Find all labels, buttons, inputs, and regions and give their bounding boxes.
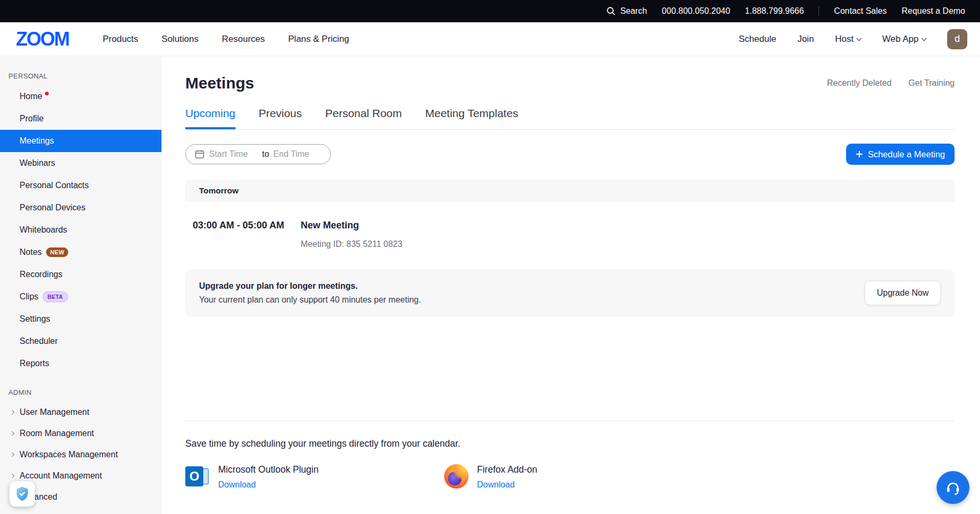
topbar-search-label: Search bbox=[620, 6, 647, 16]
sidebar-item-label: Clips bbox=[20, 292, 39, 302]
plus-icon bbox=[856, 150, 863, 158]
host-menu-label: Host bbox=[835, 34, 853, 45]
meeting-info: New Meeting Meeting ID: 835 5211 0823 bbox=[301, 220, 402, 249]
sidebar-item-label: Room Management bbox=[20, 429, 94, 438]
outlook-icon: O bbox=[185, 464, 210, 489]
sidebar-item-reports[interactable]: Reports bbox=[0, 352, 161, 375]
chevron-down-icon bbox=[922, 36, 927, 41]
sidebar-item-user-management[interactable]: User Management bbox=[0, 402, 161, 423]
meeting-row[interactable]: 03:00 AM - 05:00 AM New Meeting Meeting … bbox=[185, 202, 955, 265]
beta-badge: BETA bbox=[43, 291, 68, 302]
sidebar-item-label: Meetings bbox=[20, 136, 54, 146]
empty-space bbox=[185, 317, 955, 421]
sidebar-section-personal: PERSONAL bbox=[0, 72, 161, 80]
chevron-right-icon bbox=[10, 453, 15, 457]
chevron-right-icon bbox=[10, 410, 15, 415]
tab-meeting-templates[interactable]: Meeting Templates bbox=[425, 107, 518, 129]
outlook-download-link[interactable]: Download bbox=[218, 480, 319, 490]
sidebar-item-personal-devices[interactable]: Personal Devices bbox=[0, 197, 161, 219]
calendar-promo-text: Save time by scheduling your meetings di… bbox=[185, 438, 955, 449]
sidebar-item-notes[interactable]: Notes NEW bbox=[0, 241, 161, 263]
join-link[interactable]: Join bbox=[797, 34, 814, 45]
outlook-plugin-name: Microsoft Outlook Plugin bbox=[218, 464, 319, 475]
web-app-menu-label: Web App bbox=[882, 34, 919, 45]
meeting-title[interactable]: New Meeting bbox=[301, 220, 402, 231]
topbar-search[interactable]: Search bbox=[606, 6, 647, 16]
avatar[interactable]: d bbox=[947, 29, 967, 49]
tab-upcoming[interactable]: Upcoming bbox=[185, 107, 236, 129]
outlook-plugin-text: Microsoft Outlook Plugin Download bbox=[218, 464, 319, 490]
site-header: ZOOM Products Solutions Resources Plans … bbox=[0, 22, 980, 56]
join-link-label: Join bbox=[797, 34, 814, 45]
sidebar-item-label: Reports bbox=[20, 359, 49, 368]
sidebar-item-workspaces-management[interactable]: Workspaces Management bbox=[0, 444, 161, 465]
upgrade-banner-subtitle: Your current plan can only support 40 mi… bbox=[199, 295, 421, 305]
sidebar-section-admin: ADMIN bbox=[0, 388, 161, 396]
firefox-icon bbox=[444, 464, 469, 489]
sidebar-item-profile[interactable]: Profile bbox=[0, 108, 161, 130]
request-demo-link[interactable]: Request a Demo bbox=[902, 6, 965, 16]
sidebar-item-settings[interactable]: Settings bbox=[0, 308, 161, 330]
sidebar-item-label: Recordings bbox=[20, 270, 62, 279]
sidebar-item-label: Workspaces Management bbox=[20, 450, 118, 459]
outlook-plugin: O Microsoft Outlook Plugin Download bbox=[185, 464, 444, 490]
host-menu[interactable]: Host bbox=[835, 34, 861, 45]
nav-resources[interactable]: Resources bbox=[222, 34, 265, 45]
schedule-meeting-button[interactable]: Schedule a Meeting bbox=[846, 144, 955, 165]
schedule-meeting-button-label: Schedule a Meeting bbox=[868, 149, 945, 159]
firefox-plugin: Firefox Add-on Download bbox=[444, 464, 537, 490]
plugins-row: O Microsoft Outlook Plugin Download Fire… bbox=[185, 464, 955, 490]
meeting-time: 03:00 AM - 05:00 AM bbox=[193, 220, 301, 249]
header-actions: Schedule Join Host Web App d bbox=[739, 29, 967, 49]
sidebar-item-personal-contacts[interactable]: Personal Contacts bbox=[0, 174, 161, 197]
sidebar-item-label: Notes bbox=[20, 247, 42, 257]
phone-number-secondary: 1.888.799.9666 bbox=[745, 6, 804, 16]
sidebar-item-label: Personal Contacts bbox=[20, 181, 89, 190]
search-icon bbox=[606, 6, 616, 16]
nav-plans-pricing[interactable]: Plans & Pricing bbox=[288, 34, 349, 45]
main-nav: Products Solutions Resources Plans & Pri… bbox=[103, 34, 349, 45]
sidebar-item-meetings[interactable]: Meetings bbox=[0, 130, 161, 152]
sidebar-item-room-management[interactable]: Room Management bbox=[0, 423, 161, 444]
sidebar-item-webinars[interactable]: Webinars bbox=[0, 152, 161, 174]
support-chat-button[interactable] bbox=[937, 471, 969, 504]
title-links: Recently Deleted Get Training bbox=[827, 78, 955, 88]
start-time-input[interactable] bbox=[209, 149, 258, 159]
sidebar-item-label: Whiteboards bbox=[20, 225, 67, 235]
headset-icon bbox=[945, 479, 961, 496]
sidebar-item-recordings[interactable]: Recordings bbox=[0, 263, 161, 286]
title-row: Meetings Recently Deleted Get Training bbox=[185, 74, 955, 92]
sidebar-item-whiteboards[interactable]: Whiteboards bbox=[0, 219, 161, 241]
schedule-link[interactable]: Schedule bbox=[739, 34, 776, 45]
sidebar-item-home[interactable]: Home bbox=[0, 85, 161, 108]
end-time-input[interactable] bbox=[273, 149, 322, 159]
phone-number-primary: 000.800.050.2040 bbox=[662, 6, 730, 16]
meeting-group-header: Tomorrow bbox=[185, 180, 955, 202]
sidebar-item-scheduler[interactable]: Scheduler bbox=[0, 330, 161, 352]
tab-previous[interactable]: Previous bbox=[259, 107, 302, 129]
privacy-shield-button[interactable] bbox=[10, 481, 35, 507]
tab-personal-room[interactable]: Personal Room bbox=[325, 107, 402, 129]
firefox-download-link[interactable]: Download bbox=[477, 480, 537, 490]
notification-dot bbox=[45, 92, 49, 95]
global-topbar: Search 000.800.050.2040 1.888.799.9666 C… bbox=[0, 0, 980, 22]
main-content: Meetings Recently Deleted Get Training U… bbox=[161, 56, 980, 514]
schedule-link-label: Schedule bbox=[739, 34, 776, 45]
upgrade-now-button[interactable]: Upgrade Now bbox=[865, 281, 941, 305]
sidebar-item-label: Settings bbox=[20, 314, 50, 324]
get-training-link[interactable]: Get Training bbox=[909, 78, 955, 88]
upgrade-banner-text: Upgrade your plan for longer meetings. Y… bbox=[199, 281, 421, 305]
firefox-plugin-name: Firefox Add-on bbox=[477, 464, 537, 475]
zoom-logo[interactable]: ZOOM bbox=[16, 28, 69, 50]
nav-products[interactable]: Products bbox=[103, 34, 138, 45]
nav-solutions[interactable]: Solutions bbox=[161, 34, 199, 45]
calendar-icon bbox=[194, 149, 205, 159]
sidebar-item-clips[interactable]: Clips BETA bbox=[0, 286, 161, 308]
chevron-down-icon bbox=[857, 36, 862, 41]
recently-deleted-link[interactable]: Recently Deleted bbox=[827, 78, 892, 88]
firefox-plugin-text: Firefox Add-on Download bbox=[477, 464, 537, 490]
contact-sales-link[interactable]: Contact Sales bbox=[834, 6, 887, 16]
sidebar-item-label: Webinars bbox=[20, 158, 55, 168]
web-app-menu[interactable]: Web App bbox=[882, 34, 926, 45]
date-range-picker[interactable]: to bbox=[185, 144, 331, 164]
